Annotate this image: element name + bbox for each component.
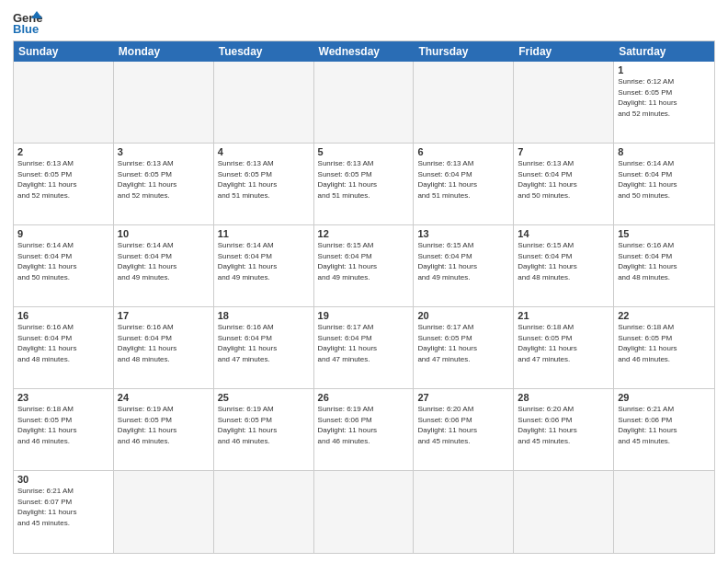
calendar-grid: 1Sunrise: 6:12 AM Sunset: 6:05 PM Daylig… — [14, 62, 714, 553]
day-info: Sunrise: 6:18 AM Sunset: 6:05 PM Dayligh… — [518, 322, 609, 364]
day-number: 20 — [417, 310, 509, 321]
day-info: Sunrise: 6:13 AM Sunset: 6:05 PM Dayligh… — [318, 158, 410, 201]
day-number: 3 — [118, 146, 210, 157]
day-info: Sunrise: 6:16 AM Sunset: 6:04 PM Dayligh… — [17, 322, 109, 364]
day-cell — [114, 471, 214, 553]
day-info: Sunrise: 6:14 AM Sunset: 6:04 PM Dayligh… — [618, 158, 711, 201]
day-cell: 27Sunrise: 6:20 AM Sunset: 6:06 PM Dayli… — [414, 389, 514, 471]
dow-cell: Sunday — [14, 41, 114, 62]
day-cell: 20Sunrise: 6:17 AM Sunset: 6:05 PM Dayli… — [414, 307, 514, 389]
day-cell: 10Sunrise: 6:14 AM Sunset: 6:04 PM Dayli… — [114, 225, 214, 307]
day-info: Sunrise: 6:15 AM Sunset: 6:04 PM Dayligh… — [417, 240, 509, 282]
day-info: Sunrise: 6:19 AM Sunset: 6:05 PM Dayligh… — [118, 404, 210, 446]
day-info: Sunrise: 6:17 AM Sunset: 6:04 PM Dayligh… — [318, 322, 410, 364]
day-number: 25 — [218, 392, 310, 403]
day-cell — [214, 471, 314, 553]
day-number: 26 — [318, 392, 410, 403]
day-cell: 18Sunrise: 6:16 AM Sunset: 6:04 PM Dayli… — [214, 307, 314, 389]
day-cell: 26Sunrise: 6:19 AM Sunset: 6:06 PM Dayli… — [314, 389, 415, 471]
day-number: 7 — [518, 146, 609, 157]
day-cell — [314, 62, 415, 144]
day-info: Sunrise: 6:13 AM Sunset: 6:04 PM Dayligh… — [518, 158, 609, 201]
day-number: 14 — [518, 228, 609, 239]
day-cell: 21Sunrise: 6:18 AM Sunset: 6:05 PM Dayli… — [514, 307, 614, 389]
day-cell: 28Sunrise: 6:20 AM Sunset: 6:06 PM Dayli… — [514, 389, 614, 471]
day-number: 24 — [118, 392, 210, 403]
day-cell — [214, 62, 314, 144]
day-cell — [514, 62, 614, 144]
day-info: Sunrise: 6:13 AM Sunset: 6:05 PM Dayligh… — [218, 158, 310, 201]
day-cell: 15Sunrise: 6:16 AM Sunset: 6:04 PM Dayli… — [614, 225, 714, 307]
dow-header: SundayMondayTuesdayWednesdayThursdayFrid… — [14, 41, 714, 62]
day-info: Sunrise: 6:21 AM Sunset: 6:06 PM Dayligh… — [618, 404, 711, 446]
day-info: Sunrise: 6:14 AM Sunset: 6:04 PM Dayligh… — [118, 240, 210, 282]
day-cell: 30Sunrise: 6:21 AM Sunset: 6:07 PM Dayli… — [14, 471, 114, 553]
day-number: 28 — [518, 392, 609, 403]
day-cell: 22Sunrise: 6:18 AM Sunset: 6:05 PM Dayli… — [614, 307, 714, 389]
day-cell: 2Sunrise: 6:13 AM Sunset: 6:05 PM Daylig… — [14, 144, 114, 225]
day-cell — [514, 471, 614, 553]
day-cell: 1Sunrise: 6:12 AM Sunset: 6:05 PM Daylig… — [614, 62, 714, 144]
day-info: Sunrise: 6:19 AM Sunset: 6:05 PM Dayligh… — [218, 404, 310, 446]
day-number: 19 — [318, 310, 410, 321]
day-number: 4 — [218, 146, 310, 157]
header: General Blue — [13, 9, 715, 35]
day-cell: 9Sunrise: 6:14 AM Sunset: 6:04 PM Daylig… — [14, 225, 114, 307]
day-number: 12 — [318, 228, 410, 239]
svg-text:Blue: Blue — [13, 22, 39, 35]
day-info: Sunrise: 6:16 AM Sunset: 6:04 PM Dayligh… — [118, 322, 210, 364]
page: General Blue SundayMondayTuesdayWednesda… — [0, 0, 728, 563]
day-info: Sunrise: 6:16 AM Sunset: 6:04 PM Dayligh… — [218, 322, 310, 364]
day-number: 29 — [618, 392, 711, 403]
day-number: 11 — [218, 228, 310, 239]
day-cell: 13Sunrise: 6:15 AM Sunset: 6:04 PM Dayli… — [414, 225, 514, 307]
day-number: 27 — [417, 392, 509, 403]
dow-cell: Tuesday — [214, 41, 314, 62]
day-cell: 25Sunrise: 6:19 AM Sunset: 6:05 PM Dayli… — [214, 389, 314, 471]
day-cell — [414, 471, 514, 553]
day-info: Sunrise: 6:15 AM Sunset: 6:04 PM Dayligh… — [318, 240, 410, 282]
day-cell: 29Sunrise: 6:21 AM Sunset: 6:06 PM Dayli… — [614, 389, 714, 471]
day-number: 23 — [17, 392, 109, 403]
day-cell: 4Sunrise: 6:13 AM Sunset: 6:05 PM Daylig… — [214, 144, 314, 225]
dow-cell: Friday — [514, 41, 614, 62]
day-info: Sunrise: 6:18 AM Sunset: 6:05 PM Dayligh… — [618, 322, 711, 364]
day-cell: 12Sunrise: 6:15 AM Sunset: 6:04 PM Dayli… — [314, 225, 415, 307]
day-cell — [414, 62, 514, 144]
day-cell: 8Sunrise: 6:14 AM Sunset: 6:04 PM Daylig… — [614, 144, 714, 225]
logo: General Blue — [13, 9, 46, 35]
day-cell: 11Sunrise: 6:14 AM Sunset: 6:04 PM Dayli… — [214, 225, 314, 307]
day-info: Sunrise: 6:18 AM Sunset: 6:05 PM Dayligh… — [17, 404, 109, 446]
day-number: 2 — [17, 146, 109, 157]
day-number: 30 — [17, 474, 109, 485]
day-info: Sunrise: 6:13 AM Sunset: 6:05 PM Dayligh… — [118, 158, 210, 201]
day-info: Sunrise: 6:14 AM Sunset: 6:04 PM Dayligh… — [218, 240, 310, 282]
dow-cell: Wednesday — [314, 41, 415, 62]
day-info: Sunrise: 6:16 AM Sunset: 6:04 PM Dayligh… — [618, 240, 711, 282]
day-info: Sunrise: 6:21 AM Sunset: 6:07 PM Dayligh… — [17, 486, 109, 528]
day-cell: 19Sunrise: 6:17 AM Sunset: 6:04 PM Dayli… — [314, 307, 415, 389]
day-info: Sunrise: 6:20 AM Sunset: 6:06 PM Dayligh… — [417, 404, 509, 446]
logo-icon: General Blue — [13, 9, 42, 35]
day-number: 10 — [118, 228, 210, 239]
day-info: Sunrise: 6:15 AM Sunset: 6:04 PM Dayligh… — [518, 240, 609, 282]
day-number: 17 — [118, 310, 210, 321]
day-cell: 3Sunrise: 6:13 AM Sunset: 6:05 PM Daylig… — [114, 144, 214, 225]
day-number: 8 — [618, 146, 711, 157]
day-info: Sunrise: 6:13 AM Sunset: 6:05 PM Dayligh… — [17, 158, 109, 201]
day-number: 9 — [17, 228, 109, 239]
dow-cell: Saturday — [614, 41, 714, 62]
day-number: 15 — [618, 228, 711, 239]
day-cell: 7Sunrise: 6:13 AM Sunset: 6:04 PM Daylig… — [514, 144, 614, 225]
day-number: 21 — [518, 310, 609, 321]
day-cell: 5Sunrise: 6:13 AM Sunset: 6:05 PM Daylig… — [314, 144, 415, 225]
day-cell — [114, 62, 214, 144]
day-cell — [314, 471, 415, 553]
day-cell: 14Sunrise: 6:15 AM Sunset: 6:04 PM Dayli… — [514, 225, 614, 307]
day-cell: 23Sunrise: 6:18 AM Sunset: 6:05 PM Dayli… — [14, 389, 114, 471]
day-number: 16 — [17, 310, 109, 321]
day-cell — [614, 471, 714, 553]
day-info: Sunrise: 6:19 AM Sunset: 6:06 PM Dayligh… — [318, 404, 410, 446]
day-number: 1 — [618, 64, 711, 75]
calendar: SundayMondayTuesdayWednesdayThursdayFrid… — [13, 40, 715, 554]
